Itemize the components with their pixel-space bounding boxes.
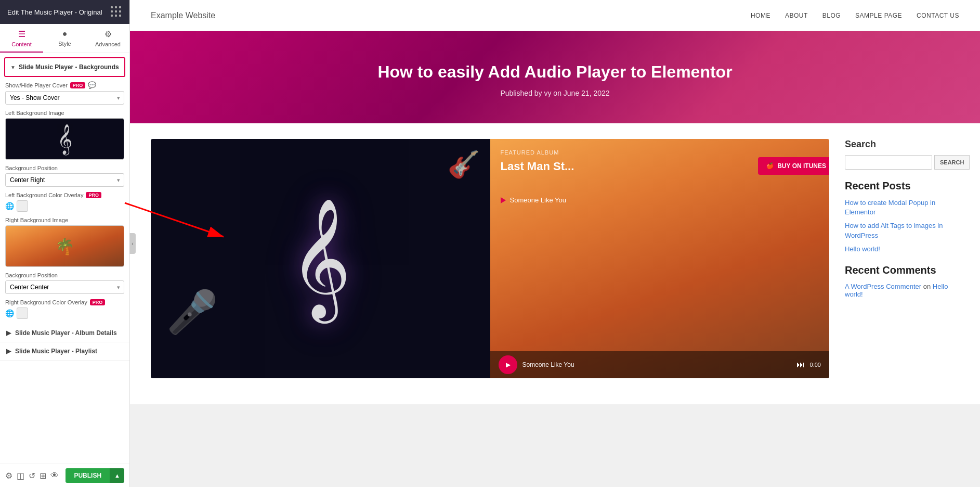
play-button[interactable] xyxy=(499,355,517,374)
section-backgrounds-body: Show/Hide Player Cover PRO 💬 Yes - Show … xyxy=(0,81,129,319)
left-bg-position-field: Background Position Center Right Center … xyxy=(5,165,124,187)
left-bg-position-select[interactable]: Center Right Center Center Top Left Top … xyxy=(5,173,124,187)
player-left: 𝄞 🎤 🎸 xyxy=(151,139,490,378)
right-bg-image-label: Right Background Image xyxy=(5,217,124,223)
recent-comments-title: Recent Comments xyxy=(845,264,959,276)
globe-icon[interactable]: 🌐 xyxy=(5,202,14,210)
playlist-arrow: ▶ xyxy=(6,348,11,355)
left-color-overlay-label: Left Background Color Overlay PRO xyxy=(5,192,124,198)
left-bg-position-select-wrap: Center Right Center Center Top Left Top … xyxy=(5,173,124,187)
left-bg-position-label: Background Position xyxy=(5,165,124,171)
nav-links: HOME ABOUT BLOG SAMPLE PAGE CONTACT US xyxy=(751,12,959,19)
tab-advanced-label: Advanced xyxy=(95,41,121,47)
left-bg-image-preview[interactable]: 𝄞 xyxy=(5,118,124,160)
left-color-overlay-field: Left Background Color Overlay PRO 🌐 xyxy=(5,192,124,212)
playlist-title: Slide Music Player - Playlist xyxy=(15,348,97,355)
featured-album-label: FEATURED ALBUM xyxy=(501,149,559,156)
search-box: SEARCH xyxy=(845,155,959,170)
hero-subtitle: Published by vy on June 21, 2022 xyxy=(140,89,970,97)
responsive-icon[interactable]: ⊞ xyxy=(40,471,46,481)
itunes-label: BUY ON ITUNES xyxy=(777,162,826,170)
nav-blog[interactable]: BLOG xyxy=(822,12,841,19)
sidebar: Edit The Music Player - Original ☰ Conte… xyxy=(0,0,130,487)
clef-large-icon: 𝄞 xyxy=(290,198,351,319)
right-bg-image-preview[interactable]: 🌴 xyxy=(5,225,124,267)
sidebar-collapse-handle[interactable]: ‹ xyxy=(129,233,136,254)
commenter-link[interactable]: A WordPress Commenter xyxy=(845,283,921,290)
album-details-title: Slide Music Player - Album Details xyxy=(15,329,117,337)
section-backgrounds-title: Slide Music Player - Backgrounds xyxy=(19,63,119,71)
music-player: 𝄞 🎤 🎸 FEATURED ALBUM Last Man St... 🍎 BU… xyxy=(151,139,829,378)
nav-about[interactable]: ABOUT xyxy=(785,12,808,19)
advanced-icon: ⚙ xyxy=(104,29,112,39)
music-swirl-icon: 🎸 xyxy=(448,149,480,180)
recent-posts-title: Recent Posts xyxy=(845,180,959,192)
microphone-icon: 🎤 xyxy=(166,288,218,337)
eye-icon[interactable]: 👁 xyxy=(50,471,59,480)
right-color-swatch[interactable] xyxy=(17,307,28,319)
right-color-overlay-field: Right Background Color Overlay PRO 🌐 xyxy=(5,299,124,319)
section-album-details[interactable]: ▶ Slide Music Player - Album Details xyxy=(0,324,129,342)
post-link-1[interactable]: How to add Alt Tags to images in WordPre… xyxy=(845,221,959,240)
tab-style-label: Style xyxy=(58,41,71,47)
main-content: Example Website HOME ABOUT BLOG SAMPLE P… xyxy=(130,0,980,487)
search-input[interactable] xyxy=(845,155,932,170)
skip-button[interactable]: ⏭ xyxy=(796,360,805,369)
app-title: Edit The Music Player - Original xyxy=(7,8,102,16)
show-cover-select[interactable]: Yes - Show Cover xyxy=(5,91,124,105)
right-bg-position-field: Background Position Center Center Center… xyxy=(5,272,124,294)
globe-icon-2[interactable]: 🌐 xyxy=(5,309,14,317)
player-right: FEATURED ALBUM Last Man St... 🍎 BUY ON I… xyxy=(490,139,830,378)
itunes-button[interactable]: 🍎 BUY ON ITUNES xyxy=(758,157,829,175)
site-nav: Example Website HOME ABOUT BLOG SAMPLE P… xyxy=(130,0,980,31)
right-color-overlay-label: Right Background Color Overlay PRO xyxy=(5,299,124,305)
section-backgrounds-header[interactable]: ▼ Slide Music Player - Backgrounds xyxy=(4,57,125,77)
section-arrow-icon: ▼ xyxy=(10,65,16,70)
settings-icon[interactable]: ⚙ xyxy=(5,471,12,481)
right-bg-position-label: Background Position xyxy=(5,272,124,278)
bottom-song-name: Someone Like You xyxy=(522,361,791,368)
editor-tabs: ☰ Content ● Style ⚙ Advanced xyxy=(0,24,129,53)
player-bottom-bar: Someone Like You ⏭ 0:00 xyxy=(490,351,830,378)
music-left-bg: 𝄞 xyxy=(151,139,490,378)
right-color-row: 🌐 xyxy=(5,307,124,319)
search-button[interactable]: SEARCH xyxy=(934,155,970,170)
style-icon: ● xyxy=(62,29,68,39)
left-color-swatch[interactable] xyxy=(17,200,28,212)
album-title: Last Man St... xyxy=(501,160,574,173)
history-icon[interactable]: ↺ xyxy=(29,471,35,481)
publish-button[interactable]: PUBLISH xyxy=(66,468,110,483)
sidebar-content: ▼ Slide Music Player - Backgrounds Show/… xyxy=(0,53,129,464)
on-text: on xyxy=(923,283,933,290)
nav-home[interactable]: HOME xyxy=(751,12,770,19)
right-bg-position-select-wrap: Center Center Center Right Top Left xyxy=(5,280,124,294)
content-icon: ☰ xyxy=(18,29,25,39)
site-logo: Example Website xyxy=(151,11,215,20)
album-details-arrow: ▶ xyxy=(6,329,11,337)
pro-badge: PRO xyxy=(70,82,86,88)
comment-icon[interactable]: 💬 xyxy=(88,81,96,89)
comment-entry: A WordPress Commenter on Hello world! xyxy=(845,283,959,298)
main-post: 𝄞 🎤 🎸 FEATURED ALBUM Last Man St... 🍎 BU… xyxy=(151,139,829,389)
left-color-row: 🌐 xyxy=(5,200,124,212)
play-triangle-icon[interactable] xyxy=(501,197,506,203)
post-link-2[interactable]: Hello world! xyxy=(845,245,959,254)
nav-contact-us[interactable]: CONTACT US xyxy=(917,12,959,19)
post-link-0[interactable]: How to create Modal Popup in Elementor xyxy=(845,198,959,217)
publish-dropdown-button[interactable]: ▲ xyxy=(110,468,124,483)
tab-style[interactable]: ● Style xyxy=(43,24,86,53)
right-bg-position-select[interactable]: Center Center Center Right Top Left xyxy=(5,280,124,294)
music-clef-preview-icon: 𝄞 xyxy=(57,124,73,155)
right-bg-image-field: Right Background Image 🌴 xyxy=(5,217,124,267)
apple-icon: 🍎 xyxy=(766,162,774,170)
show-hide-cover-label: Show/Hide Player Cover PRO 💬 xyxy=(5,81,124,89)
layers-icon[interactable]: ◫ xyxy=(17,471,24,481)
nav-sample-page[interactable]: SAMPLE PAGE xyxy=(855,12,902,19)
tab-advanced[interactable]: ⚙ Advanced xyxy=(86,24,129,53)
grid-icon[interactable] xyxy=(111,6,122,18)
section-playlist[interactable]: ▶ Slide Music Player - Playlist xyxy=(0,342,129,361)
hero-title: How to easily Add Audio Player to Elemen… xyxy=(140,62,970,82)
pro-badge-3: PRO xyxy=(90,299,106,305)
sidebar-header: Edit The Music Player - Original xyxy=(0,0,129,24)
tab-content[interactable]: ☰ Content xyxy=(0,24,43,53)
